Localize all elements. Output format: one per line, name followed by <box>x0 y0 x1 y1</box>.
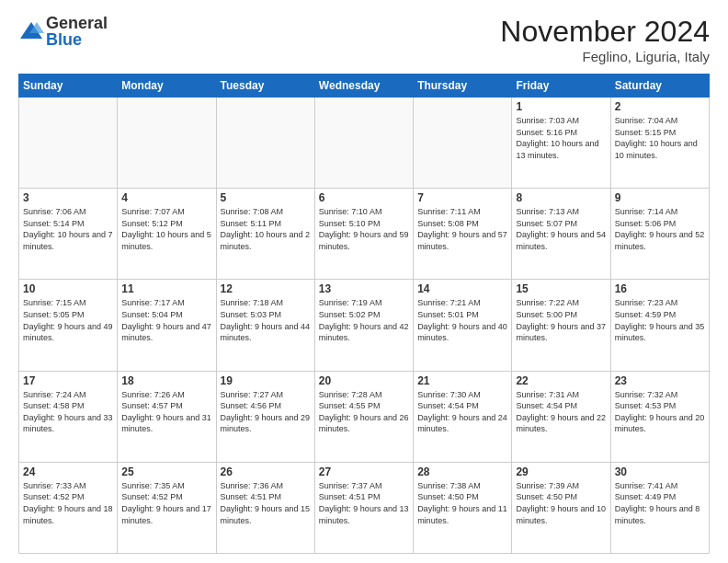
day-number: 16 <box>615 282 705 295</box>
weekday-header: Tuesday <box>216 75 314 98</box>
day-info: Sunrise: 7:22 AM Sunset: 5:00 PM Dayligh… <box>516 297 606 343</box>
calendar-day-cell: 24Sunrise: 7:33 AM Sunset: 4:52 PM Dayli… <box>19 462 118 553</box>
day-number: 5 <box>221 191 311 204</box>
calendar-day-cell: 27Sunrise: 7:37 AM Sunset: 4:51 PM Dayli… <box>314 462 413 553</box>
day-info: Sunrise: 7:33 AM Sunset: 4:52 PM Dayligh… <box>23 480 113 526</box>
day-number: 6 <box>319 191 409 204</box>
calendar-day-cell: 15Sunrise: 7:22 AM Sunset: 5:00 PM Dayli… <box>512 280 610 371</box>
day-number: 24 <box>23 465 113 478</box>
calendar-day-cell: 1Sunrise: 7:03 AM Sunset: 5:16 PM Daylig… <box>512 98 610 189</box>
calendar-day-cell: 19Sunrise: 7:27 AM Sunset: 4:56 PM Dayli… <box>216 371 314 462</box>
day-info: Sunrise: 7:26 AM Sunset: 4:57 PM Dayligh… <box>121 389 211 435</box>
day-info: Sunrise: 7:38 AM Sunset: 4:50 PM Dayligh… <box>417 480 507 526</box>
day-number: 8 <box>516 191 606 204</box>
weekday-header: Sunday <box>19 75 118 98</box>
day-info: Sunrise: 7:35 AM Sunset: 4:52 PM Dayligh… <box>121 480 211 526</box>
calendar-week-row: 24Sunrise: 7:33 AM Sunset: 4:52 PM Dayli… <box>19 462 710 553</box>
calendar-day-cell: 14Sunrise: 7:21 AM Sunset: 5:01 PM Dayli… <box>414 280 512 371</box>
calendar-day-cell: 9Sunrise: 7:14 AM Sunset: 5:06 PM Daylig… <box>610 189 709 280</box>
calendar-day-cell <box>19 98 118 189</box>
calendar-week-row: 3Sunrise: 7:06 AM Sunset: 5:14 PM Daylig… <box>19 189 710 280</box>
day-number: 18 <box>121 374 211 387</box>
calendar-table: SundayMondayTuesdayWednesdayThursdayFrid… <box>18 74 710 554</box>
calendar-day-cell: 21Sunrise: 7:30 AM Sunset: 4:54 PM Dayli… <box>414 371 512 462</box>
calendar-day-cell: 22Sunrise: 7:31 AM Sunset: 4:54 PM Dayli… <box>512 371 610 462</box>
day-info: Sunrise: 7:41 AM Sunset: 4:49 PM Dayligh… <box>615 480 705 526</box>
logo-blue: Blue <box>46 31 108 48</box>
calendar-day-cell <box>216 98 314 189</box>
calendar-day-cell: 11Sunrise: 7:17 AM Sunset: 5:04 PM Dayli… <box>118 280 216 371</box>
day-info: Sunrise: 7:19 AM Sunset: 5:02 PM Dayligh… <box>319 297 409 343</box>
day-number: 19 <box>221 374 311 387</box>
weekday-header: Wednesday <box>314 75 413 98</box>
calendar-header-row: SundayMondayTuesdayWednesdayThursdayFrid… <box>19 75 710 98</box>
day-number: 30 <box>615 465 705 478</box>
day-info: Sunrise: 7:37 AM Sunset: 4:51 PM Dayligh… <box>319 480 409 526</box>
day-info: Sunrise: 7:04 AM Sunset: 5:15 PM Dayligh… <box>615 115 705 161</box>
day-info: Sunrise: 7:13 AM Sunset: 5:07 PM Dayligh… <box>516 206 606 252</box>
calendar-day-cell: 26Sunrise: 7:36 AM Sunset: 4:51 PM Dayli… <box>216 462 314 553</box>
calendar-day-cell <box>118 98 216 189</box>
calendar-day-cell: 25Sunrise: 7:35 AM Sunset: 4:52 PM Dayli… <box>118 462 216 553</box>
logo-general: General <box>46 15 108 31</box>
day-info: Sunrise: 7:27 AM Sunset: 4:56 PM Dayligh… <box>221 389 311 435</box>
day-number: 7 <box>417 191 507 204</box>
calendar-day-cell: 3Sunrise: 7:06 AM Sunset: 5:14 PM Daylig… <box>19 189 118 280</box>
day-number: 12 <box>221 282 311 295</box>
day-number: 14 <box>417 282 507 295</box>
calendar-day-cell: 29Sunrise: 7:39 AM Sunset: 4:50 PM Dayli… <box>512 462 610 553</box>
day-info: Sunrise: 7:11 AM Sunset: 5:08 PM Dayligh… <box>417 206 507 252</box>
logo: General Blue <box>18 15 108 48</box>
day-number: 17 <box>23 374 113 387</box>
day-number: 9 <box>615 191 705 204</box>
location: Feglino, Liguria, Italy <box>500 49 710 64</box>
calendar-day-cell: 20Sunrise: 7:28 AM Sunset: 4:55 PM Dayli… <box>314 371 413 462</box>
day-number: 23 <box>615 374 705 387</box>
day-info: Sunrise: 7:32 AM Sunset: 4:53 PM Dayligh… <box>615 389 705 435</box>
day-info: Sunrise: 7:15 AM Sunset: 5:05 PM Dayligh… <box>23 297 113 343</box>
day-info: Sunrise: 7:21 AM Sunset: 5:01 PM Dayligh… <box>417 297 507 343</box>
day-number: 29 <box>516 465 606 478</box>
day-number: 27 <box>319 465 409 478</box>
calendar-day-cell: 5Sunrise: 7:08 AM Sunset: 5:11 PM Daylig… <box>216 189 314 280</box>
calendar-day-cell: 30Sunrise: 7:41 AM Sunset: 4:49 PM Dayli… <box>610 462 709 553</box>
title-block: November 2024 Feglino, Liguria, Italy <box>500 15 710 64</box>
calendar-day-cell: 28Sunrise: 7:38 AM Sunset: 4:50 PM Dayli… <box>414 462 512 553</box>
day-number: 25 <box>121 465 211 478</box>
calendar-day-cell: 17Sunrise: 7:24 AM Sunset: 4:58 PM Dayli… <box>19 371 118 462</box>
day-info: Sunrise: 7:06 AM Sunset: 5:14 PM Dayligh… <box>23 206 113 252</box>
calendar-day-cell: 8Sunrise: 7:13 AM Sunset: 5:07 PM Daylig… <box>512 189 610 280</box>
calendar-day-cell: 12Sunrise: 7:18 AM Sunset: 5:03 PM Dayli… <box>216 280 314 371</box>
calendar-day-cell: 2Sunrise: 7:04 AM Sunset: 5:15 PM Daylig… <box>610 98 709 189</box>
day-number: 4 <box>121 191 211 204</box>
page: General Blue November 2024 Feglino, Ligu… <box>0 0 728 563</box>
day-info: Sunrise: 7:07 AM Sunset: 5:12 PM Dayligh… <box>121 206 211 252</box>
day-info: Sunrise: 7:03 AM Sunset: 5:16 PM Dayligh… <box>516 115 606 161</box>
day-info: Sunrise: 7:30 AM Sunset: 4:54 PM Dayligh… <box>417 389 507 435</box>
day-info: Sunrise: 7:39 AM Sunset: 4:50 PM Dayligh… <box>516 480 606 526</box>
header: General Blue November 2024 Feglino, Ligu… <box>18 15 710 64</box>
day-number: 10 <box>23 282 113 295</box>
day-number: 15 <box>516 282 606 295</box>
day-info: Sunrise: 7:14 AM Sunset: 5:06 PM Dayligh… <box>615 206 705 252</box>
calendar-day-cell: 13Sunrise: 7:19 AM Sunset: 5:02 PM Dayli… <box>314 280 413 371</box>
calendar-week-row: 1Sunrise: 7:03 AM Sunset: 5:16 PM Daylig… <box>19 98 710 189</box>
month-title: November 2024 <box>500 15 710 49</box>
day-number: 2 <box>615 100 705 113</box>
day-info: Sunrise: 7:17 AM Sunset: 5:04 PM Dayligh… <box>121 297 211 343</box>
calendar-day-cell: 4Sunrise: 7:07 AM Sunset: 5:12 PM Daylig… <box>118 189 216 280</box>
calendar-day-cell <box>414 98 512 189</box>
day-number: 28 <box>417 465 507 478</box>
calendar-day-cell <box>314 98 413 189</box>
weekday-header: Saturday <box>610 75 709 98</box>
calendar-day-cell: 23Sunrise: 7:32 AM Sunset: 4:53 PM Dayli… <box>610 371 709 462</box>
day-info: Sunrise: 7:24 AM Sunset: 4:58 PM Dayligh… <box>23 389 113 435</box>
day-number: 3 <box>23 191 113 204</box>
weekday-header: Monday <box>118 75 216 98</box>
day-info: Sunrise: 7:10 AM Sunset: 5:10 PM Dayligh… <box>319 206 409 252</box>
calendar-day-cell: 10Sunrise: 7:15 AM Sunset: 5:05 PM Dayli… <box>19 280 118 371</box>
day-info: Sunrise: 7:08 AM Sunset: 5:11 PM Dayligh… <box>221 206 311 252</box>
logo-text: General Blue <box>46 15 108 48</box>
weekday-header: Thursday <box>414 75 512 98</box>
day-number: 21 <box>417 374 507 387</box>
